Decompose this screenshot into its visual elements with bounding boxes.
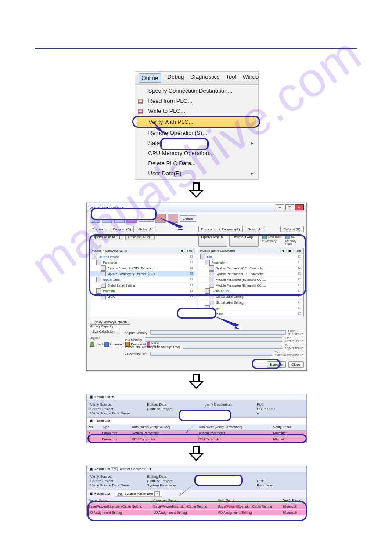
node-icon — [209, 294, 214, 299]
tree-col-title: Title — [185, 248, 195, 254]
menu-item[interactable]: Specify Connection Destination... — [135, 86, 258, 96]
tree-node-label: R08 — [206, 254, 296, 259]
tree-row[interactable]: Untitled Project☐ — [90, 254, 195, 260]
tree-node-label: MAIN — [107, 294, 188, 299]
destination-tree[interactable]: Module Name/Data Name◆▣Title R08☐Paramet… — [198, 248, 304, 317]
step-arrow-icon — [188, 374, 204, 389]
memory-capacity-label: Memory Capacity — [90, 325, 304, 328]
checkbox-icon[interactable]: ☐ — [296, 278, 303, 281]
tree-node-label: Parameter — [211, 260, 296, 265]
open-close-all-t-button[interactable]: Open/Close All(T) — [90, 234, 123, 240]
checkbox-icon[interactable]: ☐ — [296, 312, 303, 316]
tree-row[interactable]: Global Label Setting☐ — [198, 294, 303, 300]
checkbox-icon[interactable]: ☐ — [296, 301, 303, 304]
tree-row[interactable]: Parameter☐ — [198, 260, 303, 265]
tree-row[interactable]: Global Label☐ — [198, 288, 303, 294]
close-dialog-button[interactable]: Close — [288, 361, 303, 368]
tree-node-label: Module Parameter (Ethernet / CC I... — [107, 272, 188, 276]
tab-close-button[interactable]: × — [154, 491, 160, 496]
tree-row[interactable]: Module Parameter (Ethernet / CC I...☐ — [198, 283, 303, 288]
tree-row[interactable]: Global Label Setting☐ — [90, 283, 195, 288]
checkbox-icon[interactable]: ☐ — [188, 255, 195, 258]
checkbox-icon[interactable]: ☐ — [296, 289, 303, 293]
checkbox-icon[interactable]: ☐ — [296, 283, 303, 287]
tree-row[interactable]: Program☐ — [90, 288, 195, 294]
menu-item[interactable]: User Data(E) — [135, 168, 258, 178]
minimize-button[interactable]: – — [276, 204, 284, 210]
table-row[interactable]: I/O Assignment SettingI/O Assignment Set… — [87, 510, 306, 516]
tree-row[interactable]: System Parameter/CPU Parameter☑ — [198, 271, 303, 277]
checkbox-icon[interactable]: ☐ — [296, 261, 303, 264]
checkbox-icon[interactable]: ☐ — [296, 255, 303, 258]
tree-row[interactable]: System Parameter/CPU Parameter☑ — [198, 265, 303, 271]
tree-row[interactable]: Module Parameter (Ethernet / CC I...☑ — [90, 271, 195, 277]
online-data-operation-dialog: Online Data Operation – ▢ × Verify — [86, 203, 307, 371]
tree-node-label: Module Parameter (Ethernet / CC I... — [215, 283, 296, 288]
close-button[interactable]: × — [295, 204, 304, 210]
menu-online[interactable]: Online — [139, 73, 162, 83]
tree-node-label: System Parameter/CPU Parameter — [107, 266, 188, 271]
plc-icon: ▤ — [138, 98, 145, 105]
tab-system-parameter[interactable]: System Parameter — [124, 492, 153, 496]
size-calculation-button[interactable]: Size Calculation — [90, 329, 120, 334]
checkbox-icon[interactable]: ☐ — [188, 278, 195, 281]
checkbox-icon[interactable]: ☑ — [188, 266, 195, 270]
menu-tool[interactable]: Tool — [226, 73, 237, 83]
tree-row[interactable]: Global Label Setting☐ — [198, 300, 303, 305]
select-all-r-button[interactable]: Select All — [245, 226, 265, 232]
col-header: Type — [100, 424, 130, 430]
col-header: Item Name — [216, 497, 281, 504]
checkbox-icon[interactable]: ☑ — [296, 272, 303, 276]
tree-row[interactable]: Module Parameter (Ethernet / CC I...☐ — [198, 277, 303, 283]
tree-col-title: Title — [294, 248, 303, 254]
select-all-button[interactable]: Select All — [136, 226, 156, 232]
tree-node-label: Global Label — [211, 289, 296, 294]
tree-row[interactable]: R08☐ — [198, 254, 303, 260]
deselect-all-b-button[interactable]: Deselect All(B) — [229, 234, 258, 247]
menu-item[interactable]: ▤Write to PLC... — [135, 106, 258, 116]
menu-item[interactable]: ▤Read from PLC... — [135, 96, 258, 106]
table-row[interactable]: Base/Power/Extension Cable SettingBase/P… — [87, 504, 306, 510]
checkbox-icon[interactable]: ☐ — [188, 295, 195, 298]
menu-item[interactable]: Delete PLC Data... — [135, 158, 258, 168]
checkbox-icon[interactable]: ☑ — [296, 266, 303, 270]
svg-marker-0 — [153, 123, 168, 136]
open-close-all-button[interactable]: Open/Close All — [198, 234, 228, 247]
refresh-button[interactable]: Refresh(R) — [280, 226, 303, 232]
svg-marker-4 — [186, 420, 199, 433]
tree-row[interactable]: Parameter☐ — [90, 260, 195, 265]
tree-row[interactable]: System Parameter/CPU Parameter☑ — [90, 265, 195, 271]
table-row[interactable]: 2ParameterCPU ParameterCPU ParameterMism… — [87, 436, 306, 443]
node-icon — [209, 283, 214, 288]
menu-window[interactable]: Windo — [242, 73, 259, 83]
checkbox-icon[interactable]: ☐ — [296, 306, 303, 310]
result-table-2[interactable]: Group NameCategory NameItem NameVerify R… — [87, 497, 306, 516]
tree-row[interactable]: MAIN☐ — [90, 294, 195, 300]
node-icon — [209, 277, 214, 282]
tree-node-label: Global Label — [102, 277, 188, 282]
tree-row[interactable]: Global Label☐ — [90, 277, 195, 283]
tree-node-label: Global Label Setting — [215, 300, 296, 305]
checkbox-icon[interactable]: ☐ — [188, 283, 195, 287]
node-icon — [101, 265, 106, 271]
menu-diagnostics[interactable]: Diagnostics — [190, 73, 219, 83]
maximize-button[interactable]: ▢ — [285, 204, 294, 210]
tab-result-list[interactable]: Result List — [94, 492, 110, 496]
menu-debug[interactable]: Debug — [167, 73, 184, 83]
step-arrow-icon — [188, 182, 204, 198]
display-memory-capacity-button[interactable]: Display Memory Capacity — [90, 319, 130, 325]
checkbox-icon[interactable]: ☑ — [188, 272, 195, 276]
tree-node-label: System Parameter/CPU Parameter — [215, 272, 296, 276]
checkbox-icon[interactable]: ☐ — [296, 295, 303, 298]
param-program-a-button[interactable]: Parameter + Program(A) — [198, 226, 243, 232]
checkbox-icon[interactable]: ☐ — [188, 261, 195, 264]
execute-button[interactable]: Execute — [267, 361, 286, 368]
param-program-button[interactable]: Parameter + Program(S) — [90, 226, 134, 232]
deselect-all-n-button[interactable]: Deselect All(N) — [125, 234, 155, 240]
source-tree[interactable]: Module Name/Data Name◆Title Untitled Pro… — [90, 248, 195, 317]
col-header: Category Name — [151, 497, 216, 504]
result-list-sub: Result List — [94, 419, 110, 423]
node-icon — [209, 271, 214, 276]
checkbox-icon[interactable]: ☐ — [188, 289, 195, 293]
node-icon — [205, 260, 210, 265]
